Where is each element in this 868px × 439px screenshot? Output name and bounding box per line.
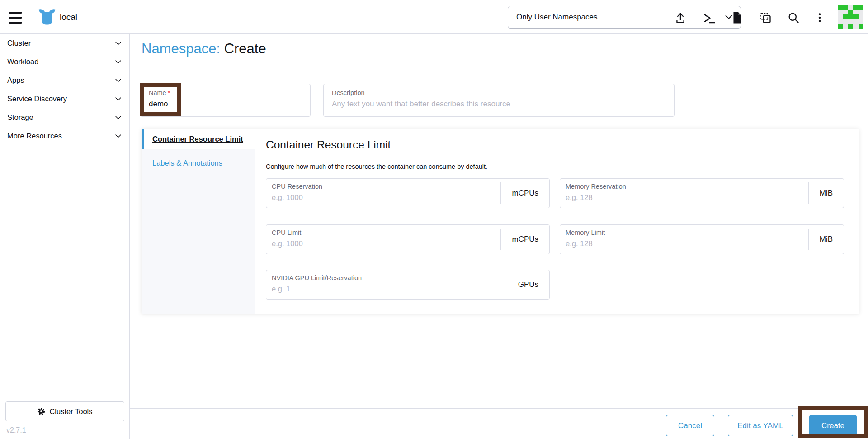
tab-list: Container Resource Limit Labels & Annota… [142,129,255,314]
memory-reservation-input[interactable] [566,193,805,202]
chevron-down-icon [115,97,121,101]
sidebar-item-label: Storage [7,113,33,122]
cpu-reservation-field: CPU Reservation mCPUs [266,178,550,208]
cpu-reservation-label: CPU Reservation [272,183,322,190]
page-title: Namespace: Create [142,41,266,57]
user-avatar[interactable] [838,5,863,29]
cpu-limit-input[interactable] [272,239,497,248]
sidebar-item-cluster[interactable]: Cluster [0,34,129,52]
create-button[interactable]: Create [809,415,857,436]
chevron-down-icon [115,42,121,45]
cluster-tools-button[interactable]: Cluster Tools [5,401,124,421]
sidebar-item-service-discovery[interactable]: Service Discovery [0,90,129,108]
page-title-action: Create [224,41,266,57]
description-field-label: Description [332,89,365,96]
sidebar-item-label: Workload [7,57,38,66]
top-bar: local Only User Namespaces [0,0,868,34]
import-yaml-icon[interactable] [672,9,689,26]
tab-label: Labels & Annotations [152,159,222,167]
resource-limit-card: Container Resource Limit Labels & Annota… [142,129,859,314]
chevron-down-icon [115,79,121,82]
cpu-limit-field: CPU Limit mCPUs [266,224,550,254]
memory-limit-input[interactable] [566,239,805,248]
required-asterisk: * [168,89,170,96]
sidebar-item-label: Service Discovery [7,95,67,103]
sidebar-item-storage[interactable]: Storage [0,108,129,127]
name-field: Name* [140,84,311,117]
namespace-filter-value: Only User Namespaces [516,13,598,22]
memory-reservation-field: Memory Reservation MiB [560,178,844,208]
sidebar-item-apps[interactable]: Apps [0,71,129,90]
gpu-limit-field: NVIDIA GPU Limit/Reservation GPUs [266,270,550,300]
docs-icon[interactable] [728,9,745,26]
cpu-limit-unit: mCPUs [501,225,549,254]
description-input[interactable] [332,100,669,109]
copy-kubeconfig-icon[interactable] [757,9,774,26]
footer-divider [130,408,868,409]
memory-reservation-unit: MiB [809,179,844,208]
cancel-button[interactable]: Cancel [666,415,714,436]
kebab-menu-icon[interactable] [811,9,828,26]
tab-container-resource-limit[interactable]: Container Resource Limit [142,129,255,149]
search-icon[interactable] [785,9,802,26]
gpu-limit-label: NVIDIA GPU Limit/Reservation [272,274,362,282]
memory-limit-field: Memory Limit MiB [560,224,844,254]
chevron-down-icon [115,116,121,119]
sidebar-item-label: Apps [7,76,24,85]
sidebar-item-label: More Resources [7,132,62,140]
memory-limit-unit: MiB [809,225,844,254]
panel-heading: Container Resource Limit [266,138,391,151]
title-divider [142,72,859,72]
gpu-limit-input[interactable] [272,285,503,293]
version-label: v2.7.1 [6,426,26,434]
sidebar-item-label: Cluster [7,39,31,48]
cpu-reservation-input[interactable] [272,193,497,202]
cluster-tools-label: Cluster Tools [49,407,92,416]
kubectl-shell-icon[interactable] [700,9,717,26]
gpu-limit-unit: GPUs [507,270,549,299]
sidebar-nav: Cluster Workload Apps Service Discovery … [0,34,130,439]
sidebar-item-workload[interactable]: Workload [0,52,129,71]
hamburger-menu-icon[interactable] [9,12,23,24]
rancher-logo[interactable] [38,9,56,26]
chevron-down-icon [115,60,121,64]
page-title-resource: Namespace: [142,41,220,57]
name-input[interactable] [149,100,305,109]
chevron-down-icon [115,134,121,138]
sidebar-item-more-resources[interactable]: More Resources [0,127,129,145]
gear-icon [37,407,45,415]
tab-labels-annotations[interactable]: Labels & Annotations [142,153,255,172]
panel-description: Configure how much of the resources the … [266,163,487,170]
description-field: Description [323,84,675,117]
tab-label: Container Resource Limit [152,135,243,143]
cpu-limit-label: CPU Limit [272,229,301,236]
cluster-name: local [60,0,77,34]
name-field-label: Name* [149,89,170,96]
memory-reservation-label: Memory Reservation [566,183,626,190]
memory-limit-label: Memory Limit [566,229,605,236]
cpu-reservation-unit: mCPUs [501,179,549,208]
edit-as-yaml-button[interactable]: Edit as YAML [728,415,793,436]
